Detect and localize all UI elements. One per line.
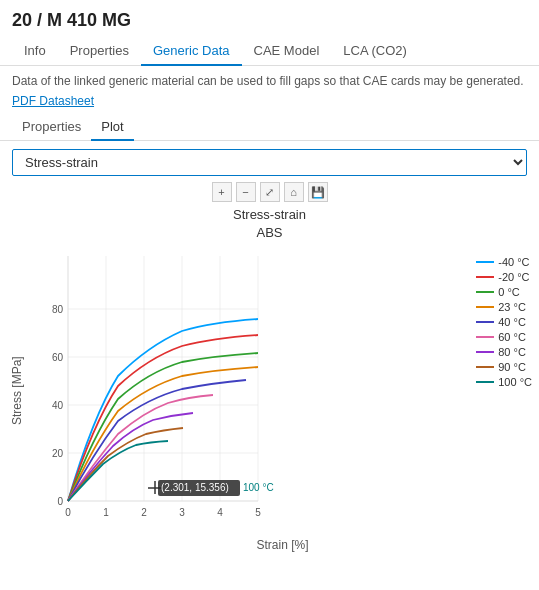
nav-tab-lca--co2-[interactable]: LCA (CO2) xyxy=(331,37,419,66)
legend-label-3: 0 °C xyxy=(498,286,520,298)
pdf-link[interactable]: PDF Datasheet xyxy=(0,92,539,114)
legend-line-8 xyxy=(476,366,494,368)
nav-tab-info[interactable]: Info xyxy=(12,37,58,66)
sub-tab-properties[interactable]: Properties xyxy=(12,114,91,141)
svg-text:20: 20 xyxy=(52,448,64,459)
chart-area: Stress [MPa] 0 20 40 60 80 xyxy=(0,246,539,536)
legend-line-2 xyxy=(476,276,494,278)
legend-label-5: 40 °C xyxy=(498,316,526,328)
legend-item-4: 23 °C xyxy=(476,301,532,313)
home-button[interactable]: ⌂ xyxy=(284,182,304,202)
legend-label-6: 60 °C xyxy=(498,331,526,343)
legend-label-8: 90 °C xyxy=(498,361,526,373)
legend-item-2: -20 °C xyxy=(476,271,532,283)
svg-text:100 °C: 100 °C xyxy=(243,482,274,493)
legend-line-5 xyxy=(476,321,494,323)
svg-text:3: 3 xyxy=(179,507,185,518)
legend-line-9 xyxy=(476,381,494,383)
info-text: Data of the linked generic material can … xyxy=(0,66,539,92)
svg-text:5: 5 xyxy=(255,507,261,518)
legend-label-1: -40 °C xyxy=(498,256,529,268)
x-axis-label: Strain [%] xyxy=(26,536,539,558)
legend-item-7: 80 °C xyxy=(476,346,532,358)
nav-tab-generic-data[interactable]: Generic Data xyxy=(141,37,242,66)
save-button[interactable]: 💾 xyxy=(308,182,328,202)
nav-tab-cae-model[interactable]: CAE Model xyxy=(242,37,332,66)
page-title: 20 / M 410 MG xyxy=(12,10,131,30)
legend-label-9: 100 °C xyxy=(498,376,532,388)
chart-toolbar: + − ⤢ ⌂ 💾 xyxy=(0,180,539,206)
svg-text:1: 1 xyxy=(103,507,109,518)
legend-line-1 xyxy=(476,261,494,263)
zoom-out-button[interactable]: − xyxy=(236,182,256,202)
zoom-in-button[interactable]: + xyxy=(212,182,232,202)
svg-text:80: 80 xyxy=(52,304,64,315)
legend-label-2: -20 °C xyxy=(498,271,529,283)
stress-strain-dropdown[interactable]: Stress-strain xyxy=(12,149,527,176)
svg-text:0: 0 xyxy=(65,507,71,518)
legend-item-5: 40 °C xyxy=(476,316,532,328)
title-bar: 20 / M 410 MG xyxy=(0,0,539,37)
sub-tab-plot[interactable]: Plot xyxy=(91,114,133,141)
fit-button[interactable]: ⤢ xyxy=(260,182,280,202)
nav-tabs: InfoPropertiesGeneric DataCAE ModelLCA (… xyxy=(0,37,539,66)
legend-line-3 xyxy=(476,291,494,293)
svg-text:60: 60 xyxy=(52,352,64,363)
legend-label-7: 80 °C xyxy=(498,346,526,358)
chart-title: Stress-strain ABS xyxy=(0,206,539,242)
svg-text:0: 0 xyxy=(57,496,63,507)
chart-svg: 0 20 40 60 80 0 1 2 3 4 5 xyxy=(28,246,368,536)
sub-tabs: PropertiesPlot xyxy=(0,114,539,141)
nav-tab-properties[interactable]: Properties xyxy=(58,37,141,66)
legend-line-4 xyxy=(476,306,494,308)
svg-text:(2.301, 15.356): (2.301, 15.356) xyxy=(161,482,229,493)
dropdown-row: Stress-strain xyxy=(0,141,539,180)
legend-item-8: 90 °C xyxy=(476,361,532,373)
y-axis-label: Stress [MPa] xyxy=(8,246,26,536)
legend-label-4: 23 °C xyxy=(498,301,526,313)
legend-item-1: -40 °C xyxy=(476,256,532,268)
svg-text:2: 2 xyxy=(141,507,147,518)
legend-line-7 xyxy=(476,351,494,353)
legend-item-6: 60 °C xyxy=(476,331,532,343)
legend-item-9: 100 °C xyxy=(476,376,532,388)
legend-item-3: 0 °C xyxy=(476,286,532,298)
chart-container: 0 20 40 60 80 0 1 2 3 4 5 xyxy=(28,246,527,536)
chart-legend: -40 °C -20 °C 0 °C 23 °C 40 °C 60 °C xyxy=(470,256,532,388)
legend-line-6 xyxy=(476,336,494,338)
svg-text:40: 40 xyxy=(52,400,64,411)
svg-text:4: 4 xyxy=(217,507,223,518)
